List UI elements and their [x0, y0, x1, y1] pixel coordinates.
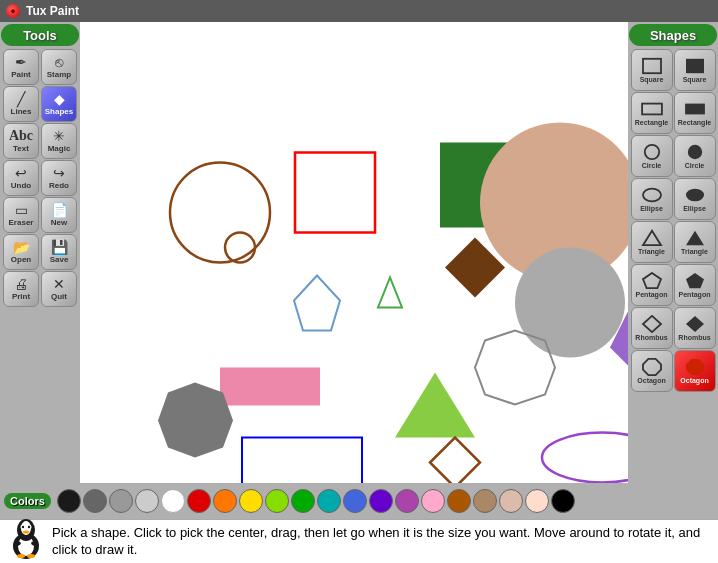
shape-row-rhombus: Rhombus Rhombus: [631, 307, 716, 349]
text-label: Text: [13, 144, 29, 153]
print-icon: 🖨: [14, 277, 28, 291]
color-light-gray[interactable]: [135, 489, 159, 513]
color-red[interactable]: [187, 489, 211, 513]
color-pink[interactable]: [421, 489, 445, 513]
redo-label: Redo: [49, 181, 69, 190]
octagon-outline-label: Octagon: [637, 377, 665, 384]
shape-triangle-filled[interactable]: Triangle: [674, 221, 716, 263]
tool-new[interactable]: 📄 New: [41, 197, 77, 233]
colors-bar: Colors: [80, 483, 718, 519]
status-bar: Pick a shape. Click to pick the center, …: [80, 519, 718, 563]
svg-marker-28: [686, 273, 704, 288]
shape-octagon-outline[interactable]: Octagon: [631, 350, 673, 392]
tool-magic[interactable]: ✳ Magic: [41, 123, 77, 159]
triangle-filled-label: Triangle: [681, 248, 708, 255]
shape-rectangle-outline[interactable]: Rectangle: [631, 92, 673, 134]
tool-open[interactable]: 📂 Open: [3, 234, 39, 270]
color-violet[interactable]: [395, 489, 419, 513]
window-title: Tux Paint: [26, 4, 79, 18]
shape-triangle-outline[interactable]: Triangle: [631, 221, 673, 263]
paint-label: Paint: [11, 70, 31, 79]
right-shapes-panel: Shapes Square Square: [628, 22, 718, 563]
color-purple[interactable]: [369, 489, 393, 513]
ellipse-outline-label: Ellipse: [640, 205, 663, 212]
color-peach[interactable]: [525, 489, 549, 513]
shape-ellipse-outline[interactable]: Ellipse: [631, 178, 673, 220]
lines-label: Lines: [11, 107, 32, 116]
tool-print[interactable]: 🖨 Print: [3, 271, 39, 307]
undo-icon: ↩: [15, 166, 27, 180]
rectangle-filled-label: Rectangle: [678, 119, 711, 126]
color-tan[interactable]: [473, 489, 497, 513]
shape-circle-outline[interactable]: Circle: [631, 135, 673, 177]
redo-icon: ↪: [53, 166, 65, 180]
shape-square-filled[interactable]: Square: [674, 49, 716, 91]
color-gray[interactable]: [109, 489, 133, 513]
color-blue[interactable]: [343, 489, 367, 513]
text-icon: Abc: [9, 129, 33, 143]
new-icon: 📄: [51, 203, 68, 217]
tool-save[interactable]: 💾 Save: [41, 234, 77, 270]
tool-row-5: ▭ Eraser 📄 New: [3, 197, 77, 233]
color-green[interactable]: [291, 489, 315, 513]
tool-undo[interactable]: ↩ Undo: [3, 160, 39, 196]
color-black[interactable]: [80, 489, 81, 513]
magic-label: Magic: [48, 144, 71, 153]
svg-marker-15: [430, 438, 480, 488]
shape-rectangle-filled[interactable]: Rectangle: [674, 92, 716, 134]
stamp-icon: ⎋: [55, 55, 63, 69]
quit-label: Quit: [51, 292, 67, 301]
shape-row-pentagon: Pentagon Pentagon: [631, 264, 716, 306]
octagon-filled-label: Octagon: [680, 377, 708, 384]
open-label: Open: [11, 255, 31, 264]
color-brown[interactable]: [447, 489, 471, 513]
tool-shapes[interactable]: ◆ Shapes: [41, 86, 77, 122]
save-label: Save: [50, 255, 69, 264]
shape-octagon-filled[interactable]: Octagon: [674, 350, 716, 392]
tool-stamp[interactable]: ⎋ Stamp: [41, 49, 77, 85]
color-white[interactable]: [161, 489, 185, 513]
shape-rhombus-outline[interactable]: Rhombus: [631, 307, 673, 349]
shape-rhombus-filled[interactable]: Rhombus: [674, 307, 716, 349]
drawing-canvas[interactable]: [80, 22, 628, 563]
shape-row-ellipse: Ellipse Ellipse: [631, 178, 716, 220]
svg-point-24: [686, 189, 704, 202]
svg-rect-14: [242, 438, 362, 488]
shapes-label-btn: Shapes: [45, 107, 73, 116]
svg-rect-12: [220, 368, 320, 406]
color-skin[interactable]: [499, 489, 523, 513]
shape-pentagon-outline[interactable]: Pentagon: [631, 264, 673, 306]
shape-ellipse-filled[interactable]: Ellipse: [674, 178, 716, 220]
color-black2[interactable]: [551, 489, 575, 513]
svg-rect-17: [643, 59, 661, 73]
shape-row-octagon: Octagon Octagon: [631, 350, 716, 392]
shape-circle-filled[interactable]: Circle: [674, 135, 716, 177]
shape-row-square: Square Square: [631, 49, 716, 91]
shape-square-outline[interactable]: Square: [631, 49, 673, 91]
content-wrapper: Shapes Square Square: [80, 22, 718, 563]
ellipse-filled-label: Ellipse: [683, 205, 706, 212]
shape-row-triangle: Triangle Triangle: [631, 221, 716, 263]
svg-rect-18: [686, 59, 704, 73]
color-yellow[interactable]: [239, 489, 263, 513]
quit-icon: ✕: [53, 277, 65, 291]
shape-pentagon-filled[interactable]: Pentagon: [674, 264, 716, 306]
tool-text[interactable]: Abc Text: [3, 123, 39, 159]
color-orange[interactable]: [213, 489, 237, 513]
svg-point-21: [644, 145, 658, 159]
tool-redo[interactable]: ↪ Redo: [41, 160, 77, 196]
tool-paint[interactable]: ✒ Paint: [3, 49, 39, 85]
color-teal[interactable]: [317, 489, 341, 513]
tool-eraser[interactable]: ▭ Eraser: [3, 197, 39, 233]
tool-lines[interactable]: ╱ Lines: [3, 86, 39, 122]
canvas-area[interactable]: [80, 22, 628, 563]
pentagon-outline-label: Pentagon: [636, 291, 668, 298]
triangle-outline-label: Triangle: [638, 248, 665, 255]
tool-row-7: 🖨 Print ✕ Quit: [3, 271, 77, 307]
color-dark-gray[interactable]: [83, 489, 107, 513]
tool-quit[interactable]: ✕ Quit: [41, 271, 77, 307]
rectangle-outline-label: Rectangle: [635, 119, 668, 126]
color-yellow-green[interactable]: [265, 489, 289, 513]
tool-row-6: 📂 Open 💾 Save: [3, 234, 77, 270]
close-button[interactable]: ●: [6, 4, 20, 18]
